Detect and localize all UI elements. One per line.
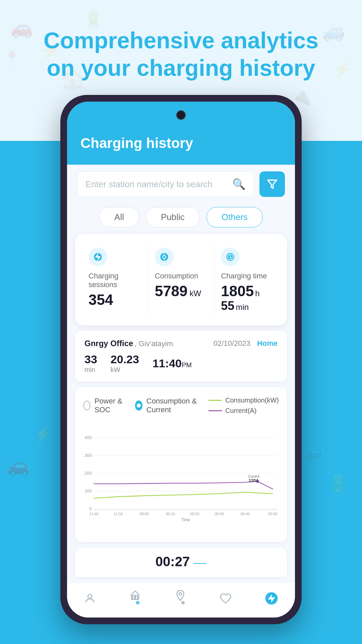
power-soc-radio-circle [83, 400, 90, 411]
stat-charging-time: Charging time 1805 h 55 min [214, 244, 280, 315]
charging-time-h-unit: h [255, 289, 259, 298]
consumption-current-radio[interactable]: Consumption & Current [135, 397, 198, 414]
bottom-nav: ⚙ [67, 582, 295, 618]
stats-card: Charging sessions 354 Consumption [75, 234, 287, 325]
search-container: Enter station name/city to search 🔍 [67, 165, 295, 204]
stat-charging-sessions: Charging sessions 354 [82, 244, 148, 315]
svg-text:0: 0 [89, 506, 92, 511]
session-energy: 20.23 kW [111, 353, 139, 374]
line-chart: 400 300 200 100 0 [83, 421, 279, 535]
power-soc-radio[interactable]: Power & SOC [83, 397, 125, 414]
legend-consumption-label: Consumption(kW) [225, 396, 279, 404]
svg-text:400: 400 [84, 435, 92, 440]
session-date: 02/10/2023 [214, 339, 250, 348]
session-location: Gnrgy Office [84, 339, 133, 348]
camera-bar [67, 102, 295, 128]
svg-point-39 [179, 593, 182, 595]
phone-mockup: Charging history Enter station name/city… [60, 95, 302, 624]
legend-current-label: Current(A) [225, 407, 256, 415]
consumption-unit: kW [190, 289, 201, 298]
charging-time-minutes: 55 [221, 300, 234, 312]
filter-icon [267, 179, 278, 190]
tab-public[interactable]: Public [146, 207, 200, 227]
consumption-icon [155, 248, 174, 266]
nav-favorites[interactable] [220, 592, 232, 604]
charging-sessions-icon [88, 248, 107, 266]
nav-home[interactable]: ⚙ [129, 589, 141, 607]
hero-title: Comprehensive analytics on your charging… [17, 0, 345, 95]
charging-time-icon [221, 248, 240, 266]
session-details: 33 min 20.23 kW 11:40PM [84, 353, 278, 374]
svg-text:11:40: 11:40 [89, 512, 98, 516]
session-duration: 33 min [84, 353, 97, 374]
tab-all[interactable]: All [99, 207, 139, 227]
legend-line-current [208, 410, 222, 411]
chart-card: Power & SOC Consumption & Current Consum… [75, 387, 287, 542]
svg-text:200: 200 [84, 471, 92, 476]
svg-point-40 [181, 601, 185, 604]
search-bar[interactable]: Enter station name/city to search 🔍 [77, 171, 254, 197]
partial-chart-icon [193, 557, 206, 570]
charging-time-min-unit: min [236, 303, 249, 312]
filter-button[interactable] [259, 171, 285, 197]
session-time: 11:40PM [153, 357, 192, 370]
svg-marker-0 [268, 180, 277, 188]
svg-text:120A: 120A [249, 478, 259, 483]
session-city: , Giv'atayim [135, 339, 173, 348]
svg-text:11:50: 11:50 [114, 512, 123, 516]
charging-time-label: Charging time [221, 272, 267, 280]
svg-text:00:00: 00:00 [140, 512, 149, 516]
session-item[interactable]: Gnrgy Office , Giv'atayim 02/10/2023 Hom… [75, 331, 287, 382]
nav-profile[interactable] [84, 592, 96, 604]
svg-rect-36 [135, 595, 137, 599]
svg-text:00:50: 00:50 [268, 512, 277, 516]
svg-text:00:40: 00:40 [241, 512, 250, 516]
legend-current: Current(A) [208, 407, 279, 415]
home-badge: ⚙ [136, 601, 140, 605]
nav-map[interactable] [174, 589, 186, 607]
partial-value: 00:27 [156, 554, 190, 570]
consumption-value: 5789 [155, 284, 188, 299]
charging-time-hours: 1805 [221, 284, 254, 299]
charging-sessions-label: Charging sessions [88, 272, 141, 289]
session-header: Gnrgy Office , Giv'atayim 02/10/2023 Hom… [84, 339, 278, 348]
tab-others[interactable]: Others [206, 207, 263, 227]
svg-text:00:10: 00:10 [166, 512, 175, 516]
charging-sessions-value: 354 [88, 292, 113, 307]
chart-area: 400 300 200 100 0 [83, 421, 279, 535]
svg-text:300: 300 [84, 453, 92, 458]
search-placeholder: Enter station name/city to search [85, 179, 227, 190]
consumption-current-label: Consumption & Current [146, 397, 198, 414]
app-header: Charging history [67, 128, 295, 165]
consumption-label: Consumption [155, 272, 198, 280]
svg-rect-35 [132, 595, 134, 599]
stat-consumption: Consumption 5789 kW [148, 244, 215, 315]
consumption-current-radio-circle [135, 400, 142, 411]
svg-point-34 [88, 594, 92, 598]
legend-line-consumption [208, 400, 222, 401]
phone-screen: Charging history Enter station name/city… [67, 102, 295, 618]
nav-charging[interactable] [265, 592, 278, 605]
svg-text:Time: Time [181, 518, 190, 522]
svg-text:00:30: 00:30 [215, 512, 224, 516]
chart-legend: Consumption(kW) Current(A) [208, 396, 279, 415]
filter-tabs: All Public Others [67, 204, 295, 234]
svg-text:⚙: ⚙ [137, 602, 139, 604]
legend-consumption: Consumption(kW) [208, 396, 279, 404]
power-soc-label: Power & SOC [95, 397, 125, 414]
chart-controls: Power & SOC Consumption & Current Consum… [83, 396, 279, 415]
session-home-tag: Home [257, 339, 278, 348]
svg-text:100: 100 [84, 488, 92, 493]
search-icon[interactable]: 🔍 [232, 178, 246, 191]
svg-text:00:20: 00:20 [190, 512, 199, 516]
bottom-partial-card: 00:27 [75, 547, 287, 577]
map-badge [181, 601, 185, 605]
app-header-title: Charging history [80, 135, 282, 151]
camera-dot [176, 110, 186, 120]
